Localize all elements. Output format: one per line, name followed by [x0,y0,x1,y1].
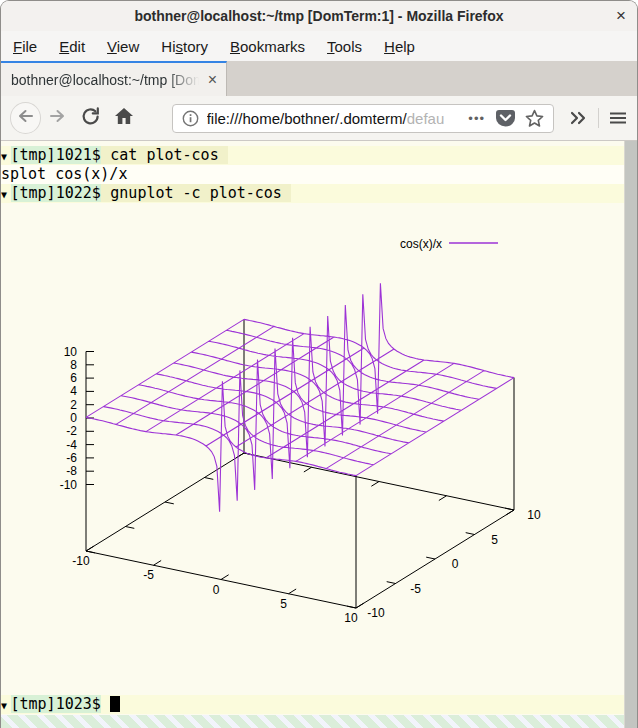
svg-text:2: 2 [70,398,77,412]
terminal-content: -10-50510-10-50510-10-8-6-4-20246810cos(… [1,141,637,728]
url-bar[interactable]: file:///home/bothner/.domterm/defau ••• [172,104,554,133]
firefox-window: bothner@localhost:~/tmp [DomTerm:1] - Mo… [0,0,638,728]
svg-text:-5: -5 [143,568,154,582]
svg-text:-6: -6 [66,451,77,465]
window-title: bothner@localhost:~/tmp [DomTerm:1] - Mo… [134,8,503,24]
svg-text:10: 10 [64,345,78,359]
svg-text:-10: -10 [367,606,385,620]
terminal-command-line: ▼[tmp]1021$cat plot-cos [1,146,627,165]
menu-item-view[interactable]: View [96,38,150,55]
svg-text:0: 0 [70,411,77,425]
prompt-marker[interactable]: ▼ [1,185,11,204]
terminal-output-line: splot cos(x)/x [1,165,627,184]
home-button[interactable] [110,104,137,132]
svg-text:5: 5 [491,533,498,547]
forward-button[interactable] [43,104,70,132]
command-text: gnuplot -c plot-cos [101,184,292,202]
svg-text:-5: -5 [410,582,421,596]
terminal-input-line[interactable]: ▼[tmp]1023$ [1,695,627,714]
reload-icon [80,105,102,131]
bookmark-star-icon[interactable] [525,109,544,128]
tab-close-icon[interactable]: × [205,71,220,89]
menu-item-history[interactable]: History [150,38,219,55]
back-icon [16,106,36,130]
url-text-faded: defau [407,110,445,127]
navigation-toolbar: file:///home/bothner/.domterm/defau ••• [1,96,637,141]
svg-text:4: 4 [70,384,77,398]
toolbar-separator [598,108,599,128]
url-text: file:///home/bothner/.domterm/defau [207,110,463,127]
menu-item-file[interactable]: File [2,38,48,55]
command-text: cat plot-cos [101,146,228,164]
page-actions-icon[interactable]: ••• [468,111,485,126]
svg-text:8: 8 [70,358,77,372]
menu-item-bookmarks[interactable]: Bookmarks [219,38,316,55]
menu-item-edit[interactable]: Edit [48,38,96,55]
forward-icon [47,106,67,130]
svg-text:0: 0 [213,583,220,597]
svg-text:5: 5 [280,597,287,611]
scrollbar[interactable] [624,141,637,728]
hamburger-menu-icon[interactable] [608,108,628,128]
titlebar[interactable]: bothner@localhost:~/tmp [DomTerm:1] - Mo… [1,1,637,31]
terminal-scrollback: ▼[tmp]1021$cat plot-cos splot cos(x)/x ▼… [1,141,627,203]
svg-text:-8: -8 [66,464,77,478]
domterm-input-stripe-band [1,715,627,728]
tab-bar: bothner@localhost:~/tmp [DomTerm:1] × [1,61,637,96]
text-cursor [110,696,120,712]
svg-text:-4: -4 [66,438,77,452]
back-button[interactable] [10,102,41,134]
home-icon [113,105,135,131]
window-close-icon[interactable]: × [616,1,626,31]
menu-item-tools[interactable]: Tools [316,38,373,55]
menubar: FileEditViewHistoryBookmarksToolsHelp [1,31,637,61]
menu-item-help[interactable]: Help [373,38,426,55]
svg-text:10: 10 [344,611,358,625]
shell-prompt: [tmp]1021$ [11,146,101,164]
svg-text:-10: -10 [72,554,90,568]
reload-button[interactable] [77,104,104,132]
pocket-icon[interactable] [495,109,516,128]
gnuplot-chart: -10-50510-10-50510-10-8-6-4-20246810cos(… [1,141,627,728]
svg-text:-2: -2 [66,424,77,438]
svg-text:6: 6 [70,371,77,385]
svg-text:cos(x)/x: cos(x)/x [400,237,442,251]
info-icon[interactable] [182,110,199,127]
tab-label: bothner@localhost:~/tmp [DomTerm:1] [11,72,205,88]
terminal-command-line: ▼[tmp]1022$gnuplot -c plot-cos [1,184,627,203]
svg-text:0: 0 [452,557,459,571]
svg-text:-10: -10 [60,478,78,492]
shell-prompt: [tmp]1022$ [11,184,101,202]
shell-prompt: [tmp]1023$ [11,695,101,713]
overflow-chevron-icon[interactable] [567,107,589,129]
prompt-marker[interactable]: ▼ [1,147,11,166]
svg-text:10: 10 [527,508,541,522]
prompt-marker[interactable]: ▼ [1,696,11,715]
tab-domterm[interactable]: bothner@localhost:~/tmp [DomTerm:1] × [1,61,227,96]
